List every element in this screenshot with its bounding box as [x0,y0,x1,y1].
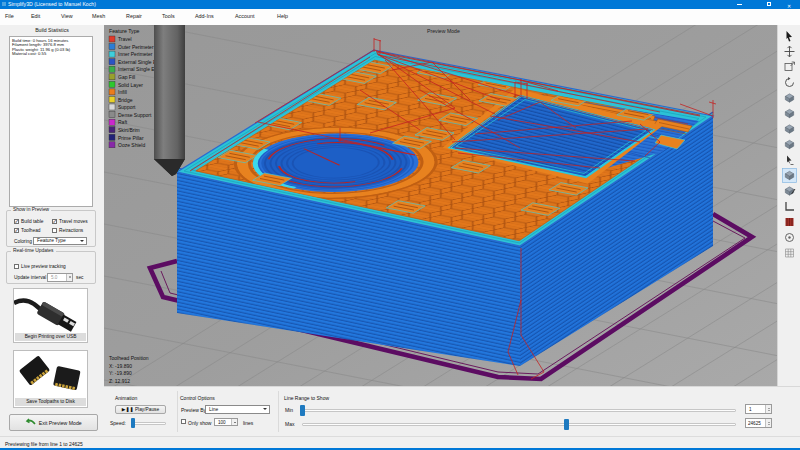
svg-text:Ooze Shield: Ooze Shield [118,142,145,148]
svg-text:Outer Perimeter: Outer Perimeter [118,44,154,50]
svg-text:Infill: Infill [118,89,127,95]
svg-text:Solid Layer: Solid Layer [118,82,143,88]
svg-text:Skirt/Brim: Skirt/Brim [118,127,140,133]
svg-text:Inner Perimeter: Inner Perimeter [118,51,153,57]
svg-text:Gap Fill: Gap Fill [118,74,135,80]
svg-text:Support: Support [118,104,136,110]
svg-text:Y: -19.890: Y: -19.890 [109,370,132,376]
svg-text:Z: 12.912: Z: 12.912 [109,378,130,384]
svg-text:Prime Pillar: Prime Pillar [118,135,144,141]
svg-text:Raft: Raft [118,119,128,125]
svg-text:Preview Mode: Preview Mode [427,28,460,34]
svg-text:Dense Support: Dense Support [118,112,152,118]
svg-text:Toolhead Position: Toolhead Position [109,355,149,361]
svg-text:Bridge: Bridge [118,97,133,103]
svg-text:Feature Type: Feature Type [109,28,140,34]
svg-text:X: -19.890: X: -19.890 [109,363,132,369]
svg-text:Travel: Travel [118,36,132,42]
